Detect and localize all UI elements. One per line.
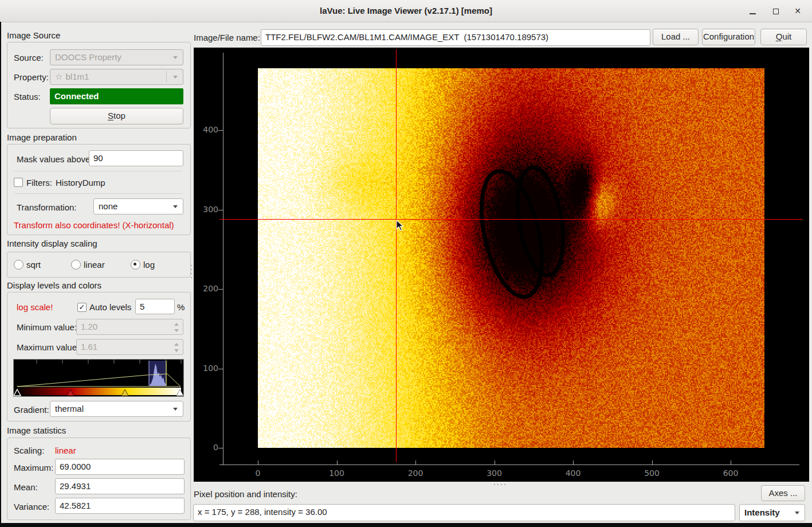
stop-button[interactable]: Stop [50, 108, 183, 124]
status-badge: Connected [50, 88, 183, 104]
minimum-value-spinbox[interactable]: 1.20 [76, 319, 183, 335]
y-axis-tick [218, 130, 223, 131]
stats-mean-value: 29.4931 [55, 478, 185, 494]
display-mode-combobox[interactable]: Intensity [739, 504, 805, 521]
filters-value: HistoryDump [56, 178, 105, 188]
group-title-image-source: Image Source [7, 30, 60, 40]
source-label: Source: [14, 53, 44, 63]
window-border-bottom [0, 523, 812, 527]
beam-image-canvas[interactable] [258, 68, 764, 448]
radio-log[interactable] [131, 260, 140, 270]
source-combobox[interactable]: DOOCS Property [50, 49, 183, 65]
chevron-down-icon [173, 76, 178, 79]
load-button[interactable]: Load ... [653, 29, 699, 45]
radio-linear[interactable] [71, 260, 81, 270]
y-axis-tick [218, 369, 223, 369]
y-axis-tick [218, 448, 223, 448]
pixel-position-label: Pixel position and intensity: [194, 489, 297, 499]
x-axis-tick-label: 400 [560, 469, 586, 478]
stats-mean-label: Mean: [14, 482, 38, 492]
radio-linear-label: linear [84, 260, 105, 270]
radio-log-label: log [143, 260, 155, 270]
x-axis-tick [337, 460, 338, 464]
group-title-display-levels: Display levels and colors [7, 280, 101, 290]
stats-maximum-label: Maximum: [14, 463, 53, 473]
display-mode-value: Intensity [744, 508, 780, 517]
property-combobox[interactable]: ☆bl1m1 [50, 69, 183, 85]
x-axis-tick-label: 100 [324, 469, 350, 478]
radio-sqrt-label: sqrt [26, 260, 41, 270]
y-axis-tick-label: 300 [195, 205, 218, 214]
mouse-cursor-icon [396, 220, 404, 231]
maximize-icon[interactable] [771, 6, 780, 15]
separator [14, 171, 182, 171]
favorite-star-icon: ☆ [55, 72, 62, 81]
chevron-down-icon [173, 408, 178, 411]
spinner-arrows-icon[interactable] [174, 342, 179, 353]
y-axis-line [223, 53, 223, 465]
x-axis-tick [573, 460, 574, 464]
pixel-position-value[interactable]: x = 175, y = 288, intensity = 36.00 [193, 504, 735, 521]
y-axis-tick-label: 100 [195, 364, 218, 373]
crosshair-horizontal-line [219, 219, 802, 220]
group-title-image-preparation: Image preparation [7, 132, 77, 142]
percent-label: % [177, 302, 185, 312]
x-axis-tick-label: 600 [718, 469, 743, 478]
transformation-value: none [99, 201, 117, 211]
source-combobox-value: DOOCS Property [55, 52, 121, 62]
y-axis-tick [218, 210, 223, 210]
lavue-window: { "window": { "title": "laVue: Live Imag… [0, 0, 812, 527]
splitter-handle[interactable] [191, 265, 193, 280]
auto-levels-checkbox[interactable]: ✓ [77, 303, 87, 312]
minimize-icon[interactable] [748, 6, 758, 15]
group-title-image-statistics: Image statistics [7, 425, 66, 435]
stats-variance-value: 42.5821 [55, 498, 185, 514]
filters-label: Filters: [26, 178, 52, 188]
quit-button[interactable]: Quit [760, 29, 807, 45]
histogram-plot [14, 360, 183, 396]
x-axis-tick [731, 460, 731, 464]
gradient-label: Gradient: [14, 405, 49, 415]
mask-input[interactable]: 90 [89, 150, 183, 166]
status-label: Status: [14, 92, 41, 102]
transformation-label: Transformation: [17, 202, 76, 212]
radio-sqrt[interactable] [14, 260, 23, 270]
y-axis-tick [218, 289, 223, 290]
image-plot-area[interactable]: 01002003004005006000100200300400 [194, 48, 809, 482]
window-title: laVue: Live Image Viewer (v2.17.1) [memo… [0, 6, 812, 15]
maximum-value-spinbox[interactable]: 1.61 [76, 339, 183, 355]
gradient-value: thermal [55, 404, 84, 413]
maximum-value-label: Maximum value: [17, 342, 79, 352]
window-border-left [0, 22, 1, 527]
log-scale-note: log scale! [17, 302, 53, 312]
splitter-handle[interactable] [494, 484, 508, 486]
chevron-down-icon [173, 56, 178, 59]
property-label: Property: [14, 72, 49, 82]
configuration-button[interactable]: Configuration [702, 29, 755, 45]
x-axis-tick [258, 460, 258, 464]
filters-checkbox[interactable] [14, 178, 23, 187]
x-axis-tick-label: 500 [640, 469, 665, 478]
gradient-combobox[interactable]: thermal [50, 401, 183, 417]
minimum-value-label: Minimum value: [17, 322, 77, 332]
x-axis-tick-label: 300 [482, 469, 507, 478]
file-name-input[interactable]: TTF2.FEL/BLFW2.CAM/BL1M1.CAM/IMAGE_EXT (… [261, 29, 650, 46]
stats-maximum-value: 69.0000 [55, 459, 185, 475]
x-axis-tick-label: 0 [245, 469, 270, 478]
close-icon[interactable]: ✕ [793, 6, 802, 15]
group-title-intensity-scaling: Intensity display scaling [7, 239, 97, 248]
titlebar: laVue: Live Image Viewer (v2.17.1) [memo… [0, 0, 812, 22]
x-axis-tick [495, 460, 495, 464]
x-axis-line [219, 464, 799, 465]
histogram-widget[interactable] [13, 359, 184, 397]
chevron-down-icon [173, 205, 178, 208]
axes-button[interactable]: Axes ... [761, 485, 805, 501]
y-axis-tick-label: 400 [195, 125, 218, 134]
combo-divider [166, 71, 167, 83]
spinner-arrows-icon[interactable] [174, 322, 179, 333]
mask-label: Mask values above: [17, 154, 93, 164]
auto-levels-input[interactable]: 5 [135, 299, 175, 314]
x-axis-tick-label: 200 [403, 469, 428, 478]
transformation-combobox[interactable]: none [93, 198, 183, 214]
y-axis-tick-label: 0 [195, 443, 218, 452]
